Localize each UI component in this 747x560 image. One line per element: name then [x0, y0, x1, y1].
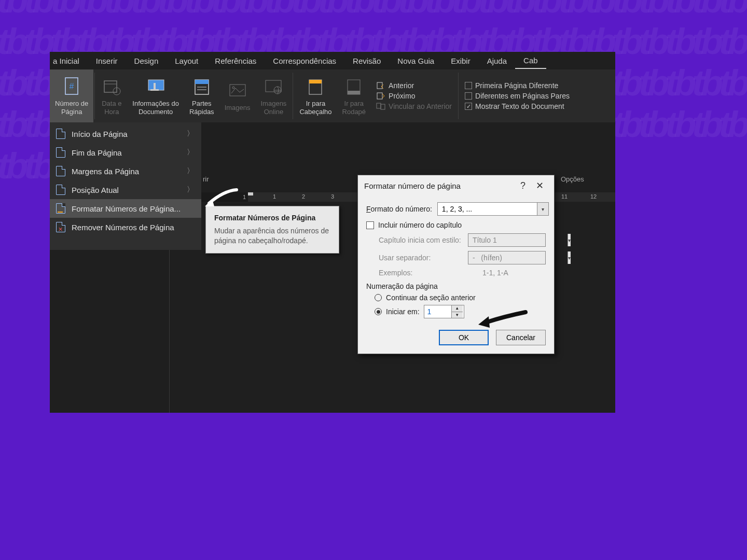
btn-numero-pagina-label: Número de Página: [55, 100, 88, 116]
menu-posicao-atual[interactable]: Posição Atual 〉: [50, 180, 201, 199]
btn-ir-rodape[interactable]: Ir para Rodapé: [337, 69, 371, 122]
chevron-right-icon: 〉: [187, 148, 194, 157]
formato-input[interactable]: [438, 205, 537, 213]
spin-down-icon[interactable]: ▼: [452, 312, 463, 318]
vincular-label: Vincular ao Anterior: [389, 102, 452, 110]
ruler-11: 11: [561, 193, 568, 200]
btn-imagens-online-label: Imagens Online: [261, 100, 287, 116]
tab-design[interactable]: Design: [126, 53, 167, 68]
primeira-label: Primeira Página Diferente: [475, 81, 558, 90]
menu-remover-numeros[interactable]: Remover Números de Página: [50, 218, 201, 236]
tooltip-body: Mudar a aparência dos números de página …: [214, 226, 330, 246]
numeracao-section: Numeração da página: [366, 282, 546, 290]
checkbox-checked-icon: ✓: [465, 103, 472, 110]
capitulo-label: Capítulo inicia com estilo:: [379, 236, 463, 244]
tab-novaguia[interactable]: Nova Guia: [389, 53, 442, 68]
tab-exibir[interactable]: Exibir: [442, 53, 479, 68]
svg-rect-5: [148, 80, 164, 90]
ribbon: # Número de Página Data e Hora Informaçõ…: [50, 69, 615, 122]
svg-rect-7: [150, 89, 159, 91]
remove-numbers-icon: [56, 222, 65, 232]
iniciar-spinner[interactable]: ▲ ▼: [424, 305, 464, 318]
incluir-label: Incluir número do capítulo: [378, 221, 462, 229]
link-previous-icon: [376, 102, 385, 110]
page-top-icon: [56, 129, 65, 139]
nav-stack: Anterior Próximo Vincular ao Anterior: [371, 69, 457, 122]
iniciar-input[interactable]: [424, 305, 451, 318]
formato-label: FFormato do número:ormato do número:: [366, 205, 432, 213]
ruler-neg-1: 1: [243, 194, 246, 200]
tab-layout[interactable]: Layout: [167, 53, 206, 68]
menu-inicio-label: Início da Página: [72, 130, 128, 138]
menu-formatar-numeros[interactable]: Formatar Números de Página...: [50, 199, 201, 218]
svg-rect-18: [309, 80, 322, 83]
chk-mostrar-texto[interactable]: ✓ Mostrar Texto do Document: [465, 102, 570, 110]
tooltip-title: Formatar Números de Página: [214, 214, 330, 222]
chk-primeira-diferente[interactable]: Primeira Página Diferente: [465, 81, 570, 90]
anterior-label: Anterior: [389, 81, 414, 90]
btn-ir-cabecalho[interactable]: Ir para Cabeçalho: [294, 69, 337, 122]
tab-correspondencias[interactable]: Correspondências: [265, 53, 344, 68]
iniciar-label: Iniciar em:: [386, 307, 420, 316]
dialog-titlebar[interactable]: Formatar número de página ? ✕: [358, 175, 554, 196]
help-button[interactable]: ?: [515, 180, 531, 191]
menu-formatar-label: Formatar Números de Página...: [72, 204, 181, 213]
tab-cabecalho[interactable]: Cab: [515, 53, 546, 69]
chevron-down-icon[interactable]: ▾: [537, 203, 548, 215]
capitulo-input: [468, 236, 568, 244]
leftover-text: rir: [203, 175, 209, 183]
btn-proximo[interactable]: Próximo: [376, 92, 452, 100]
btn-imagens[interactable]: Imagens: [219, 69, 256, 122]
group-opcoes: Opções: [561, 175, 584, 183]
btn-partes-rapidas-label: Partes Rápidas: [189, 100, 214, 116]
menu-posicao-label: Posição Atual: [72, 186, 119, 194]
tab-inicial[interactable]: a Inicial: [51, 53, 88, 68]
btn-anterior[interactable]: Anterior: [376, 81, 452, 90]
ruler-3: 3: [331, 193, 334, 200]
menu-inicio-pagina[interactable]: Início da Página 〉: [50, 124, 201, 143]
previous-icon: [376, 81, 385, 90]
chevron-right-icon: 〉: [187, 129, 194, 138]
pictures-icon: [227, 81, 248, 102]
menu-remover-label: Remover Números de Página: [72, 223, 174, 232]
btn-vincular[interactable]: Vincular ao Anterior: [376, 102, 452, 110]
document-info-icon: [145, 77, 166, 97]
tab-ajuda[interactable]: Ajuda: [479, 53, 515, 68]
menu-fim-pagina[interactable]: Fim da Página 〉: [50, 143, 201, 162]
checkbox-icon: [366, 221, 374, 229]
menu-margens-pagina[interactable]: Margens da Página 〉: [50, 162, 201, 180]
btn-data-hora[interactable]: Data e Hora: [96, 69, 127, 122]
btn-numero-pagina[interactable]: # Número de Página: [50, 69, 93, 122]
tab-revisao[interactable]: Revisão: [344, 53, 389, 68]
radio-on-icon: [375, 308, 382, 315]
exemplos-value: 1-1, 1-A: [482, 269, 508, 277]
formato-combo[interactable]: ▾: [437, 202, 549, 216]
checkbox-icon: [465, 82, 472, 89]
svg-rect-20: [348, 91, 360, 94]
btn-partes-rapidas[interactable]: Partes Rápidas: [184, 69, 219, 122]
online-pictures-icon: [263, 77, 284, 97]
continuar-label: Continuar da seção anterior: [386, 293, 476, 302]
radio-continuar[interactable]: Continuar da seção anterior Continuar da…: [375, 293, 546, 302]
page-number-dropdown: Início da Página 〉 Fim da Página 〉 Marge…: [50, 122, 201, 250]
page-margins-icon: [56, 166, 65, 176]
svg-rect-2: [104, 81, 117, 92]
next-icon: [376, 92, 385, 100]
chevron-right-icon: 〉: [187, 185, 194, 194]
svg-rect-21: [377, 82, 382, 89]
svg-text:#: #: [70, 82, 74, 91]
tab-inserir[interactable]: Inserir: [88, 53, 126, 68]
tab-referencias[interactable]: Referências: [206, 53, 265, 68]
incluir-capitulo-checkbox[interactable]: Incluir número do capítulo Incluir númer…: [366, 221, 546, 229]
options-stack: Primeira Página Diferente Diferentes em …: [460, 69, 575, 122]
separador-input: [468, 254, 568, 262]
close-button[interactable]: ✕: [531, 180, 548, 191]
spin-up-icon[interactable]: ▲: [452, 305, 463, 312]
svg-rect-23: [377, 103, 381, 108]
ruler-indent-marker[interactable]: [248, 192, 253, 195]
btn-imagens-online[interactable]: Imagens Online: [256, 69, 292, 122]
calendar-clock-icon: [101, 77, 122, 97]
chk-diferentes-pares[interactable]: Diferentes em Páginas Pares: [465, 92, 570, 100]
btn-info-documento[interactable]: Informações do Documento: [127, 69, 184, 122]
svg-rect-24: [381, 104, 385, 109]
